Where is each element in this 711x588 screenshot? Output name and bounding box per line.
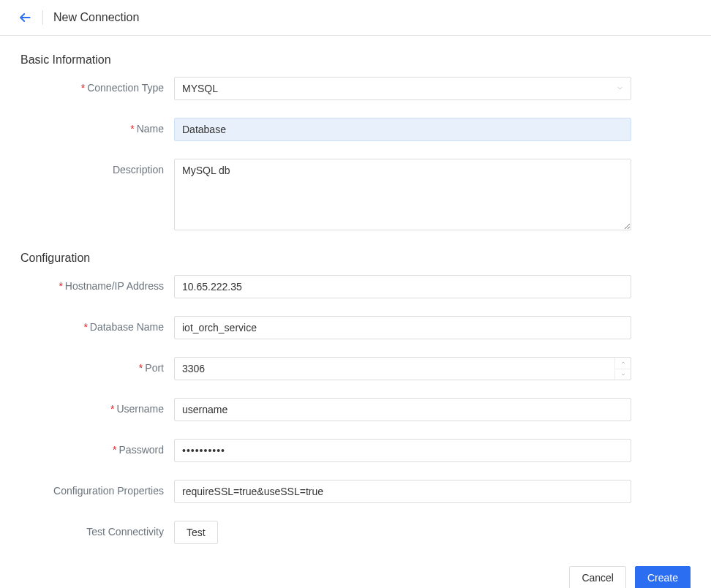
configuration-section: Configuration *Hostname/IP Address *Data… <box>20 252 691 544</box>
test-connectivity-label: Test Connectivity <box>20 521 174 538</box>
password-input[interactable] <box>174 439 631 462</box>
create-button[interactable]: Create <box>635 566 691 588</box>
port-label: *Port <box>20 357 174 374</box>
connection-type-label: *Connection Type <box>20 77 174 94</box>
password-label: *Password <box>20 439 174 456</box>
caret-up-icon <box>620 360 626 366</box>
config-props-label: Configuration Properties <box>20 480 174 497</box>
description-row: Description <box>20 159 691 233</box>
page-title: New Connection <box>53 11 139 24</box>
port-stepper <box>614 358 631 380</box>
page-header: New Connection <box>0 0 711 36</box>
config-props-row: Configuration Properties <box>20 480 691 503</box>
hostname-input[interactable] <box>174 275 631 298</box>
database-name-row: *Database Name <box>20 316 691 339</box>
port-step-down[interactable] <box>615 369 631 380</box>
back-button[interactable] <box>18 10 43 25</box>
test-connectivity-row: Test Connectivity Test <box>20 521 691 544</box>
password-row: *Password <box>20 439 691 462</box>
database-name-input[interactable] <box>174 316 631 339</box>
configuration-title: Configuration <box>20 252 691 265</box>
port-step-up[interactable] <box>615 358 631 369</box>
connection-type-select[interactable] <box>174 77 631 100</box>
name-label: *Name <box>20 118 174 135</box>
username-input[interactable] <box>174 398 631 421</box>
username-label: *Username <box>20 398 174 415</box>
description-label: Description <box>20 159 174 176</box>
cancel-button[interactable]: Cancel <box>569 566 626 588</box>
description-textarea[interactable] <box>174 159 631 230</box>
back-arrow-icon <box>18 10 32 25</box>
name-row: *Name <box>20 118 691 141</box>
hostname-label: *Hostname/IP Address <box>20 275 174 292</box>
form-content: Basic Information *Connection Type *Name… <box>0 36 711 566</box>
port-input[interactable] <box>174 357 631 380</box>
test-button[interactable]: Test <box>174 521 218 544</box>
footer-actions: Cancel Create <box>0 566 711 588</box>
basic-information-section: Basic Information *Connection Type *Name… <box>20 53 691 233</box>
basic-information-title: Basic Information <box>20 53 691 67</box>
database-name-label: *Database Name <box>20 316 174 333</box>
connection-type-row: *Connection Type <box>20 77 691 100</box>
config-props-input[interactable] <box>174 480 631 503</box>
port-row: *Port <box>20 357 691 380</box>
name-input[interactable] <box>174 118 631 141</box>
hostname-row: *Hostname/IP Address <box>20 275 691 298</box>
username-row: *Username <box>20 398 691 421</box>
caret-down-icon <box>620 372 626 377</box>
